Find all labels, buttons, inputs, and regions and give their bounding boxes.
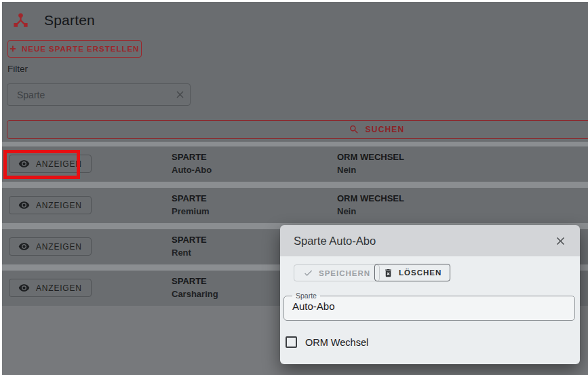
table-row: ANZEIGEN SPARTE Auto-Abo ORM WECHSEL Nei… [2,146,588,182]
dialog-body: SPEICHERN LÖSCHEN Sparte Auto-Abo ORM We… [280,256,580,364]
clear-filter-button[interactable] [170,85,190,105]
eye-icon [18,282,30,294]
search-button[interactable]: SUCHEN [7,120,588,139]
filter-input-value[interactable]: Sparte [7,90,170,100]
sparte-value: Auto-Abo [172,165,212,175]
eye-icon [18,199,30,211]
sparte-value: Premium [172,206,210,216]
anzeigen-button[interactable]: ANZEIGEN [9,237,92,256]
dialog-title: Sparte Auto-Abo [294,235,551,248]
sparte-column-header: SPARTE [172,276,218,286]
anzeigen-label: ANZEIGEN [36,283,82,293]
orm-wechsel-checkbox[interactable] [286,336,297,348]
orm-wechsel-label: ORM Wechsel [305,337,368,348]
app-window: Sparten + NEUE SPARTE ERSTELLEN Filter S… [0,0,588,375]
create-sparte-button[interactable]: + NEUE SPARTE ERSTELLEN [7,40,142,58]
eye-icon [18,158,30,170]
header-section: Sparten + NEUE SPARTE ERSTELLEN Filter S… [2,2,588,142]
search-button-label: SUCHEN [366,125,405,134]
sparte-name-field[interactable]: Sparte Auto-Abo [283,292,575,321]
page-title: Sparten [44,12,95,28]
sparte-dialog: Sparte Auto-Abo SPEICHERN LÖSCHEN Sparte… [280,225,580,364]
delete-button-label: LÖSCHEN [399,269,442,277]
dialog-close-button[interactable] [551,232,569,250]
orm-cell: ORM WECHSEL Nein [337,152,404,175]
table-row: ANZEIGEN SPARTE Premium ORM WECHSEL Nein [2,188,588,223]
sparte-field-value[interactable]: Auto-Abo [284,300,574,312]
check-icon [303,268,313,278]
sparte-column-header: SPARTE [172,152,212,162]
close-icon [554,235,567,248]
delete-button[interactable]: LÖSCHEN [374,264,450,281]
anzeigen-label: ANZEIGEN [36,242,82,252]
device-hub-icon [12,11,30,29]
anzeigen-button[interactable]: ANZEIGEN [9,155,92,173]
divider [2,182,588,188]
sparte-filter-input[interactable]: Sparte [7,83,191,106]
sparte-cell: SPARTE Rent [172,235,207,258]
anzeigen-label: ANZEIGEN [36,201,82,210]
orm-cell: ORM WECHSEL Nein [337,193,404,216]
save-button[interactable]: SPEICHERN [294,264,380,281]
search-icon [349,124,359,135]
sparte-cell: SPARTE Premium [172,193,210,216]
anzeigen-label: ANZEIGEN [36,159,82,169]
plus-icon: + [10,43,16,54]
sparte-field-label: Sparte [292,292,320,300]
sparte-value: Rent [172,248,207,258]
create-sparte-label: NEUE SPARTE ERSTELLEN [22,45,140,53]
page-header: Sparten [12,11,95,29]
orm-column-header: ORM WECHSEL [337,193,404,203]
orm-value: Nein [337,206,404,216]
sparte-cell: SPARTE Carsharing [172,276,218,299]
divider [2,142,588,146]
anzeigen-button[interactable]: ANZEIGEN [9,279,92,297]
eye-icon [18,241,30,252]
sparte-cell: SPARTE Auto-Abo [172,152,212,175]
sparte-value: Carsharing [172,289,218,299]
trash-icon [383,268,393,278]
anzeigen-button[interactable]: ANZEIGEN [9,196,92,214]
orm-column-header: ORM WECHSEL [337,152,404,162]
sparte-column-header: SPARTE [172,235,207,245]
close-icon [174,89,186,100]
sparte-column-header: SPARTE [172,193,210,203]
dialog-header: Sparte Auto-Abo [280,225,580,256]
filter-section-label: Filter [7,64,28,74]
save-button-label: SPEICHERN [319,269,370,277]
orm-value: Nein [337,165,404,175]
